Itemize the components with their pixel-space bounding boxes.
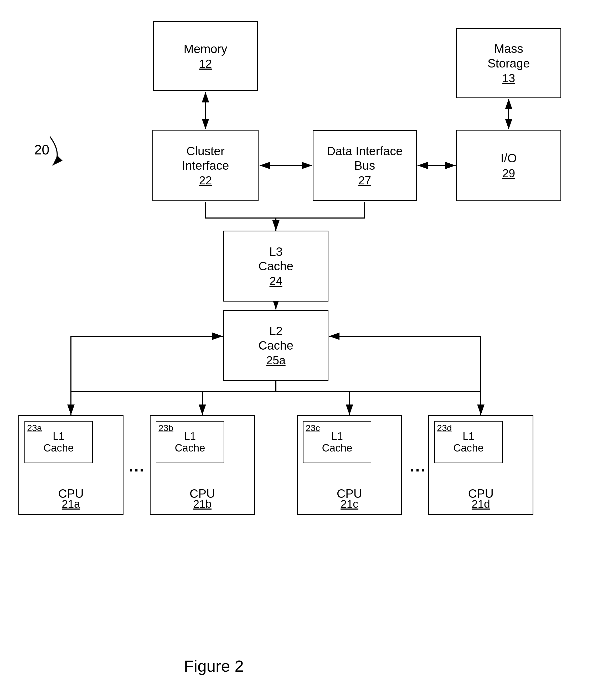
dots-ab: ...	[129, 457, 145, 475]
diagram: 20 Memory 12 MassStorage 13 ClusterInter…	[0, 0, 613, 700]
l1-cache-21a-inner: 23a L1Cache	[24, 421, 93, 463]
data-interface-bus-num: 27	[358, 174, 371, 187]
l3-cache-label: L3Cache	[259, 245, 294, 274]
l3-cache-num: 24	[270, 275, 283, 288]
l1-cache-21a-num: 23a	[27, 423, 42, 433]
dots-cd: ...	[410, 457, 426, 475]
cpu-21d-box: 23d L1Cache CPU 21d	[428, 415, 533, 515]
data-interface-bus-label: Data InterfaceBus	[327, 144, 403, 173]
l1-cache-21c-num: 23c	[305, 423, 320, 433]
figure-label-text: Figure 2	[184, 657, 244, 675]
cpu-21b-num: 21b	[193, 498, 211, 510]
l1-cache-21d-label: L1Cache	[453, 430, 484, 454]
l1-cache-21b-inner: 23b L1Cache	[156, 421, 224, 463]
memory-box: Memory 12	[153, 21, 258, 91]
l3-cache-box: L3Cache 24	[223, 230, 328, 302]
l1-cache-21c-inner: 23c L1Cache	[303, 421, 371, 463]
l2-cache-label: L2Cache	[259, 324, 294, 353]
l2-cache-box: L2Cache 25a	[223, 310, 328, 381]
cluster-interface-label: ClusterInterface	[182, 144, 229, 173]
cpu-21c-box: 23c L1Cache CPU 21c	[297, 415, 402, 515]
figure-caption: Figure 2	[184, 657, 244, 675]
io-label: I/O	[500, 151, 517, 166]
mass-storage-box: MassStorage 13	[456, 28, 561, 98]
l1-cache-21d-num: 23d	[437, 423, 452, 433]
l1-cache-21a-label: L1Cache	[43, 430, 74, 454]
io-num: 29	[503, 167, 515, 180]
memory-num: 12	[199, 57, 212, 70]
l1-cache-21b-num: 23b	[158, 423, 173, 433]
cpu-21c-num: 21c	[340, 498, 358, 510]
cpu-21b-box: 23b L1Cache CPU 21b	[150, 415, 255, 515]
l2-cache-num: 25a	[266, 354, 285, 367]
l1-cache-21d-inner: 23d L1Cache	[434, 421, 503, 463]
data-interface-bus-box: Data InterfaceBus 27	[313, 130, 417, 201]
mass-storage-num: 13	[503, 72, 515, 85]
memory-label: Memory	[184, 42, 227, 56]
cpu-21a-num: 21a	[62, 498, 80, 510]
io-box: I/O 29	[456, 130, 561, 201]
mass-storage-label: MassStorage	[487, 41, 530, 70]
l1-cache-21b-label: L1Cache	[175, 430, 205, 454]
cpu-21d-num: 21d	[472, 498, 490, 510]
cpu-21a-box: 23a L1Cache CPU 21a	[18, 415, 123, 515]
cluster-interface-num: 22	[199, 174, 212, 187]
cluster-interface-box: ClusterInterface 22	[153, 130, 259, 201]
l1-cache-21c-label: L1Cache	[322, 430, 352, 454]
label-20-arrow	[26, 129, 79, 171]
